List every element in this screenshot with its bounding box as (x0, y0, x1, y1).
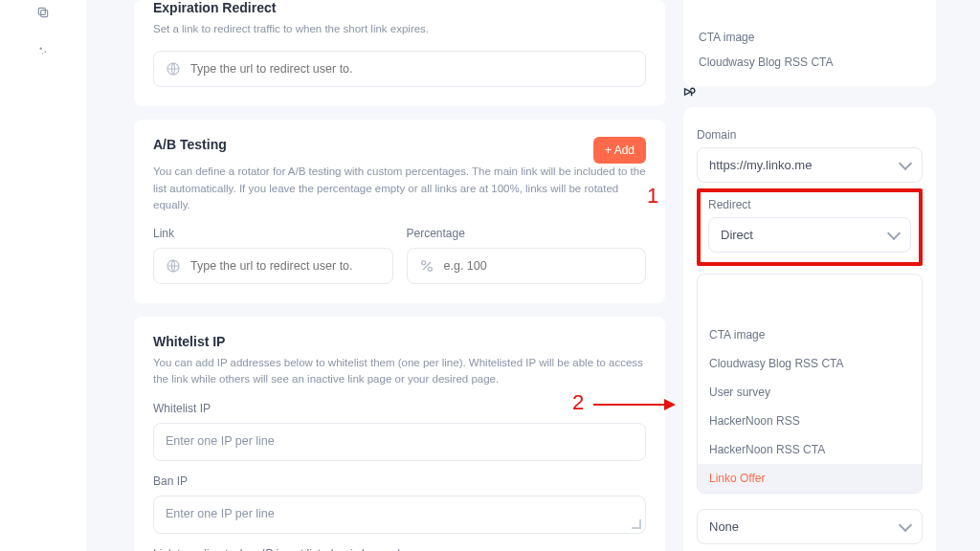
copy-icon[interactable] (36, 6, 50, 19)
domain-select[interactable]: https://my.linko.me (697, 147, 923, 183)
svg-rect-1 (38, 8, 45, 14)
ab-link-label: Link (153, 227, 393, 240)
top-cta-card: CTA image Cloudwasy Blog RSS CTA (683, 0, 936, 86)
annotation-2: 2 (572, 390, 584, 415)
chevron-down-icon (899, 518, 912, 531)
svg-line-9 (423, 262, 431, 270)
expiration-redirect-card: Expiration Redirect Set a link to redire… (134, 0, 665, 106)
whitelist-desc: You can add IP addresses below to whitel… (153, 355, 646, 388)
redirect-select[interactable]: Direct (708, 217, 911, 253)
dropdown-item[interactable]: Linko Offer (698, 464, 922, 493)
svg-rect-0 (41, 11, 48, 17)
sparkle-icon[interactable] (36, 44, 50, 57)
link-settings-card: Domain https://my.linko.me Redirect Dire… (683, 107, 936, 551)
dropdown-item[interactable]: HackerNoon RSS (698, 407, 922, 435)
expiration-url-input-wrap[interactable] (153, 51, 646, 87)
redirect-highlight-box: Redirect Direct (697, 188, 923, 266)
main-settings-column: Expiration Redirect Set a link to redire… (134, 0, 665, 551)
dropdown-item[interactable]: HackerNoon RSS CTA (698, 435, 922, 464)
ban-ip-label: Ban IP (153, 474, 646, 488)
svg-point-3 (45, 51, 47, 53)
whitelist-ip-card: Whitelist IP You can add IP addresses be… (134, 317, 665, 551)
ab-desc: You can define a rotator for A/B testing… (153, 164, 646, 213)
expiration-desc: Set a link to redirect traffic to when t… (153, 21, 646, 37)
ban-ip-textarea[interactable]: Enter one IP per line (153, 496, 646, 534)
svg-point-4 (42, 53, 43, 54)
globe-icon (166, 258, 181, 274)
domain-label: Domain (697, 128, 923, 142)
ab-title: A/B Testing (153, 137, 227, 152)
logo-fragment: ᐅᎮ (683, 86, 695, 99)
list-item[interactable]: Cloudwasy Blog RSS CTA (697, 50, 923, 75)
svg-point-7 (421, 261, 425, 265)
ab-pct-input[interactable] (444, 259, 635, 273)
annotation-arrow (593, 404, 674, 406)
whitelist-ip-textarea[interactable]: Enter one IP per line (153, 423, 646, 461)
redirect-value: Direct (721, 228, 753, 242)
dropdown-item[interactable]: User survey (698, 378, 922, 407)
ab-pct-input-wrap[interactable] (407, 248, 647, 284)
ab-testing-card: A/B Testing + Add You can define a rotat… (134, 120, 665, 303)
ab-pct-label: Percentage (407, 227, 647, 240)
percent-icon (419, 258, 434, 274)
domain-value: https://my.linko.me (709, 158, 812, 172)
annotation-1: 1 (647, 184, 658, 209)
globe-icon (166, 61, 181, 77)
dropdown-item[interactable]: CTA image (698, 320, 922, 349)
whitelist-title: Whitelist IP (153, 334, 646, 349)
chevron-down-icon (887, 226, 901, 239)
right-sidebar: CTA image Cloudwasy Blog RSS CTA ᐅᎮ Doma… (683, 0, 936, 551)
svg-point-8 (428, 267, 432, 271)
add-button[interactable]: + Add (593, 137, 646, 164)
ip-redirect-label: Link to redirect when IP is not listed o… (153, 547, 646, 552)
redirect-label: Redirect (708, 198, 911, 211)
expiration-url-input[interactable] (190, 62, 634, 76)
left-nav-rail (0, 0, 86, 551)
ab-link-input[interactable] (190, 259, 381, 273)
none-value: None (709, 519, 739, 534)
list-item[interactable]: CTA image (697, 25, 923, 50)
dropdown-item[interactable]: Cloudwasy Blog RSS CTA (698, 349, 922, 378)
dropdown-search[interactable] (698, 275, 922, 307)
ab-link-input-wrap[interactable] (153, 248, 393, 284)
chevron-down-icon (899, 156, 912, 169)
none-select[interactable]: None (697, 509, 923, 544)
overlay-dropdown: CTA imageCloudwasy Blog RSS CTAUser surv… (697, 274, 923, 494)
svg-point-2 (40, 48, 42, 50)
expiration-title: Expiration Redirect (153, 0, 646, 15)
